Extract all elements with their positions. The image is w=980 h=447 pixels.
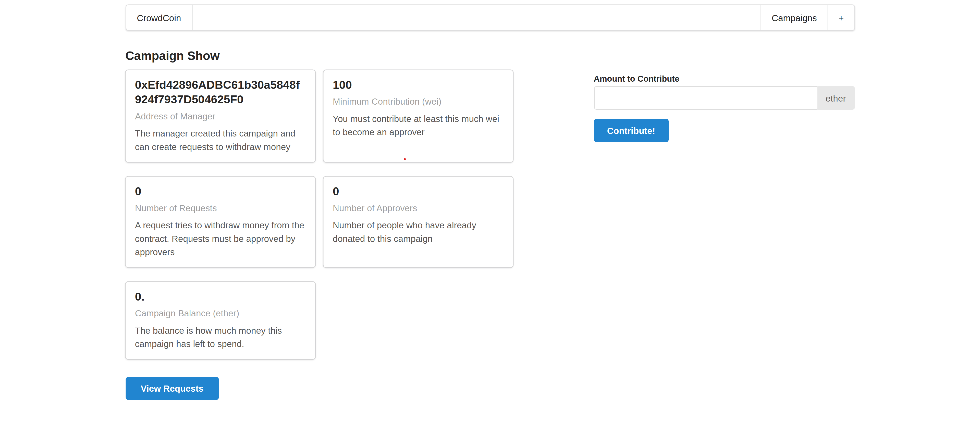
card-description: A request tries to withdraw money from t…	[135, 219, 305, 259]
page: CrowdCoin Campaigns + Campaign Show 0xEf…	[0, 0, 980, 447]
card-description: You must contribute at least this much w…	[333, 112, 503, 139]
amount-input-row: ether	[593, 86, 855, 110]
amount-to-contribute-label: Amount to Contribute	[593, 74, 855, 84]
card-campaign-balance: 0. Campaign Balance (ether) The balance …	[125, 282, 315, 359]
card-header: 100	[333, 78, 503, 92]
card-number-of-approvers: 0 Number of Approvers Number of people w…	[323, 177, 513, 267]
menu-item-campaigns[interactable]: Campaigns	[760, 5, 828, 30]
main-container: CrowdCoin Campaigns + Campaign Show 0xEf…	[125, 0, 855, 400]
card-description: The balance is how much money this campa…	[135, 324, 305, 351]
card-description: Number of people who have already donate…	[333, 219, 503, 246]
card-meta: Minimum Contribution (wei)	[333, 95, 503, 108]
contribute-form: Amount to Contribute ether Contribute!	[593, 70, 855, 374]
page-title: Campaign Show	[125, 48, 855, 64]
contribute-button[interactable]: Contribute!	[593, 119, 669, 142]
card-description: The manager created this campaign and ca…	[135, 127, 305, 154]
card-minimum-contribution: 100 Minimum Contribution (wei) You must …	[323, 70, 513, 162]
card-meta: Address of Manager	[135, 110, 305, 122]
content-grid: 0xEfd42896ADBC61b30a5848f924f7937D504625…	[125, 70, 855, 374]
ether-unit-label: ether	[817, 86, 855, 110]
card-header: 0xEfd42896ADBC61b30a5848f924f7937D504625…	[135, 78, 305, 107]
card-meta: Number of Requests	[135, 202, 305, 214]
card-address-of-manager: 0xEfd42896ADBC61b30a5848f924f7937D504625…	[125, 70, 315, 162]
campaign-cards: 0xEfd42896ADBC61b30a5848f924f7937D504625…	[125, 70, 593, 374]
card-header: 0.	[135, 290, 305, 304]
card-header: 0	[135, 185, 305, 199]
add-campaign-button[interactable]: +	[828, 5, 854, 30]
card-number-of-requests: 0 Number of Requests A request tries to …	[125, 177, 315, 267]
red-dot-marker	[404, 158, 406, 160]
cards-column: 0xEfd42896ADBC61b30a5848f924f7937D504625…	[125, 70, 593, 374]
card-meta: Campaign Balance (ether)	[135, 307, 305, 320]
view-requests-button[interactable]: View Requests	[125, 377, 219, 400]
top-menu: CrowdCoin Campaigns +	[125, 5, 855, 31]
amount-input[interactable]	[593, 86, 817, 110]
card-header: 0	[333, 185, 503, 199]
menu-spacer	[192, 5, 760, 30]
card-meta: Number of Approvers	[333, 202, 503, 214]
brand-link[interactable]: CrowdCoin	[126, 5, 192, 30]
